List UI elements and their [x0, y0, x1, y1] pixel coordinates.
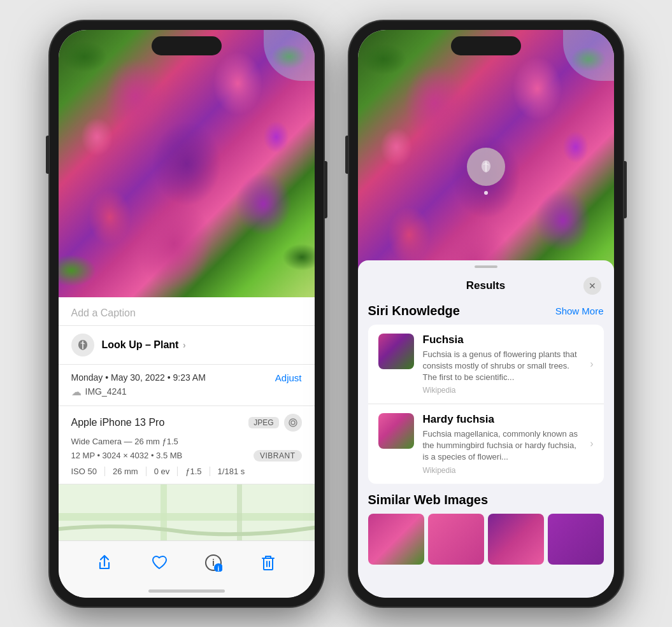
- knowledge-card: Fuchsia Fuchsia is a genus of flowering …: [368, 325, 604, 484]
- info-sparkle-icon: i i: [204, 554, 222, 572]
- share-button[interactable]: [90, 549, 118, 577]
- fuchsia-name: Fuchsia: [423, 334, 582, 346]
- leaf-icon: [76, 339, 89, 351]
- meta-file-row: ☁ IMG_4241: [71, 386, 302, 398]
- home-indicator: [148, 589, 225, 593]
- svg-text:i: i: [218, 565, 220, 572]
- delete-button[interactable]: [254, 549, 282, 577]
- file-name: IMG_4241: [85, 386, 127, 397]
- web-image-2[interactable]: [428, 514, 484, 565]
- right-phone-screen: Results ✕ Siri Knowledge Show More: [358, 30, 614, 598]
- knowledge-item-fuchsia[interactable]: Fuchsia Fuchsia is a genus of flowering …: [368, 325, 604, 405]
- adjust-button[interactable]: Adjust: [275, 372, 302, 383]
- resolution-row: 12 MP • 3024 × 4032 • 3.5 MB VIBRANT: [71, 450, 302, 461]
- spec-shutter: 1/181 s: [210, 467, 253, 476]
- web-image-1[interactable]: [368, 514, 424, 565]
- meta-date: Monday • May 30, 2022 • 9:23 AM: [71, 372, 206, 383]
- spec-ev: 0 ev: [147, 467, 178, 476]
- fuchsia-chevron: ›: [590, 358, 593, 370]
- device-badges: JPEG: [248, 414, 301, 432]
- heart-icon: [151, 554, 168, 571]
- right-phone: Results ✕ Siri Knowledge Show More: [349, 21, 623, 607]
- specs-row: ISO 50 26 mm 0 ev ƒ1.5 1/181 s: [71, 467, 302, 476]
- fuchsia-source: Wikipedia: [423, 386, 582, 395]
- results-header: Results ✕: [358, 268, 614, 301]
- hardy-source: Wikipedia: [423, 466, 582, 475]
- dynamic-island: [152, 36, 222, 55]
- fuchsia-thumb-img: [378, 334, 414, 369]
- meta-date-row: Monday • May 30, 2022 • 9:23 AM Adjust: [71, 372, 302, 383]
- spec-aperture: ƒ1.5: [178, 467, 210, 476]
- share-icon: [96, 554, 113, 571]
- results-scroll[interactable]: Siri Knowledge Show More Fuchsia Fuchsia…: [358, 301, 614, 598]
- spec-focal: 26 mm: [105, 467, 147, 476]
- results-title: Results: [389, 279, 583, 292]
- vibrant-badge: VIBRANT: [254, 450, 302, 461]
- right-dynamic-island: [451, 36, 521, 55]
- jpeg-badge: JPEG: [248, 417, 278, 428]
- close-button[interactable]: ✕: [583, 277, 601, 295]
- hardy-content: Hardy fuchsia Fuchsia magellanica, commo…: [423, 413, 582, 475]
- siri-leaf-icon: [477, 158, 495, 176]
- fuchsia-content: Fuchsia Fuchsia is a genus of flowering …: [423, 334, 582, 395]
- hardy-thumb: [378, 413, 414, 449]
- svg-point-1: [291, 421, 295, 425]
- caption-area[interactable]: Add a Caption: [59, 297, 315, 326]
- fuchsia-thumb: [378, 334, 414, 369]
- aperture-icon: [288, 418, 298, 428]
- favorite-button[interactable]: [145, 549, 173, 577]
- siri-dot: [484, 191, 488, 195]
- phones-container: Add a Caption Look Up – Plant ›: [50, 21, 623, 607]
- resolution-text: 12 MP • 3024 × 4032 • 3.5 MB: [71, 451, 183, 460]
- web-images-section: Similar Web Images: [368, 493, 604, 565]
- bottom-toolbar: i i: [59, 540, 315, 598]
- siri-knowledge-header: Siri Knowledge Show More: [368, 304, 604, 318]
- camera-details: Wide Camera — 26 mm ƒ1.5: [71, 437, 302, 446]
- cloud-icon: ☁: [71, 386, 82, 398]
- web-images-title: Similar Web Images: [368, 493, 604, 507]
- device-name: Apple iPhone 13 Pro: [71, 417, 165, 428]
- show-more-button[interactable]: Show More: [555, 306, 604, 316]
- meta-section: Monday • May 30, 2022 • 9:23 AM Adjust ☁…: [59, 365, 315, 406]
- svg-rect-3: [59, 513, 315, 521]
- lookup-row[interactable]: Look Up – Plant ›: [59, 326, 315, 365]
- device-row: Apple iPhone 13 Pro JPEG: [71, 414, 302, 432]
- spec-iso: ISO 50: [71, 467, 105, 476]
- knowledge-item-hardy[interactable]: Hardy fuchsia Fuchsia magellanica, commo…: [368, 404, 604, 484]
- fuchsia-desc: Fuchsia is a genus of flowering plants t…: [423, 349, 582, 384]
- results-panel: Results ✕ Siri Knowledge Show More: [358, 260, 614, 598]
- lens-icon: [284, 414, 302, 432]
- hardy-thumb-img: [378, 413, 414, 449]
- caption-placeholder: Add a Caption: [71, 307, 136, 318]
- siri-knowledge-title: Siri Knowledge: [368, 304, 460, 318]
- web-images-row: [368, 514, 604, 565]
- web-image-3[interactable]: [488, 514, 544, 565]
- lookup-icon: [71, 334, 94, 356]
- hardy-chevron: ›: [590, 438, 593, 449]
- lookup-text: Look Up – Plant ›: [102, 339, 186, 351]
- svg-point-0: [289, 419, 297, 426]
- photo-area[interactable]: [59, 30, 315, 297]
- left-phone: Add a Caption Look Up – Plant ›: [50, 21, 324, 607]
- info-button[interactable]: i i: [199, 549, 227, 577]
- trash-icon: [261, 554, 276, 571]
- device-section: Apple iPhone 13 Pro JPEG Wide Camera — 2…: [59, 406, 315, 484]
- siri-button[interactable]: [467, 148, 505, 186]
- web-image-4[interactable]: [548, 514, 604, 565]
- hardy-desc: Fuchsia magellanica, commonly known as t…: [423, 428, 582, 463]
- left-phone-screen: Add a Caption Look Up – Plant ›: [59, 30, 315, 598]
- svg-text:i: i: [212, 558, 215, 568]
- hardy-name: Hardy fuchsia: [423, 413, 582, 426]
